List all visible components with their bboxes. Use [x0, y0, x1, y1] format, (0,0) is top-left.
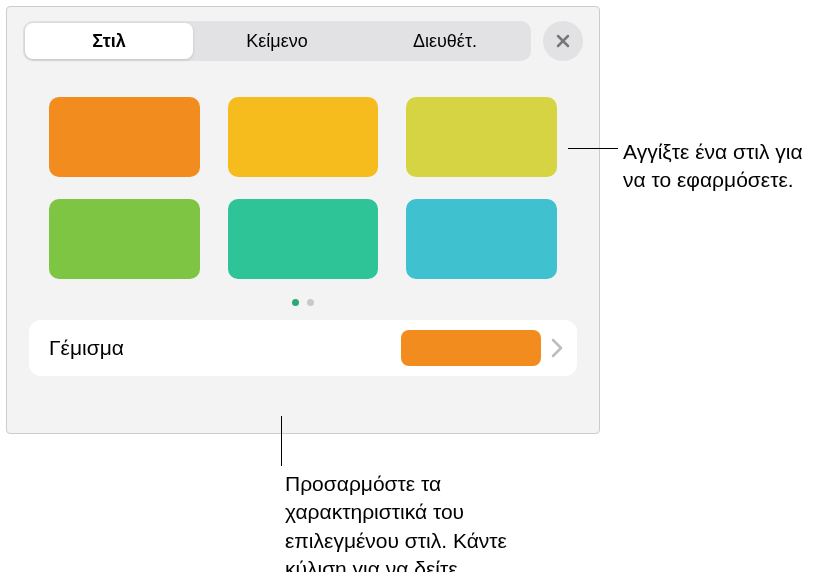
close-icon — [555, 33, 571, 49]
tab-arrange[interactable]: Διευθέτ. — [361, 23, 529, 59]
tab-style[interactable]: Στιλ — [25, 23, 193, 59]
fill-row[interactable]: Γέμισμα — [29, 320, 577, 376]
style-swatch-5[interactable] — [406, 199, 557, 279]
fill-label: Γέμισμα — [49, 336, 401, 360]
page-indicator — [7, 299, 599, 306]
callout-leader-2 — [281, 416, 282, 466]
page-dot-0[interactable] — [292, 299, 299, 306]
style-swatch-1[interactable] — [228, 97, 379, 177]
tab-text[interactable]: Κείμενο — [193, 23, 361, 59]
page-dot-1[interactable] — [307, 299, 314, 306]
fill-color-preview — [401, 330, 541, 366]
callout-tap-style: Αγγίξτε ένα στιλ για να το εφαρμόσετε. — [623, 138, 813, 195]
callout-customize: Προσαρμόστε τα χαρακτηριστικά του επιλεγ… — [285, 470, 565, 572]
format-panel: Στιλ Κείμενο Διευθέτ. Γέμισμα — [6, 6, 600, 434]
callout-leader-1 — [568, 148, 618, 149]
style-swatch-4[interactable] — [228, 199, 379, 279]
segmented-control: Στιλ Κείμενο Διευθέτ. — [23, 21, 531, 61]
style-swatch-3[interactable] — [49, 199, 200, 279]
chevron-right-icon — [551, 338, 563, 358]
style-swatch-2[interactable] — [406, 97, 557, 177]
close-button[interactable] — [543, 21, 583, 61]
style-swatch-grid — [7, 61, 599, 297]
tab-bar: Στιλ Κείμενο Διευθέτ. — [7, 21, 599, 61]
style-swatch-0[interactable] — [49, 97, 200, 177]
